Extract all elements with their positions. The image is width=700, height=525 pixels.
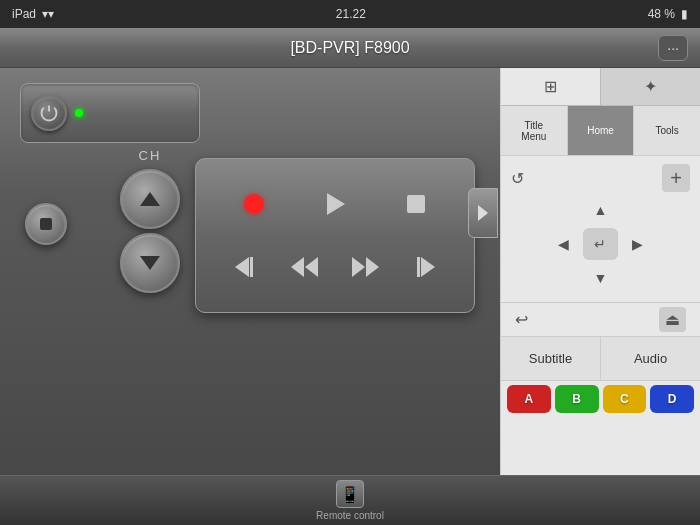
color-buttons: A B C D — [501, 381, 700, 417]
up-arrow-icon: ▲ — [594, 202, 608, 218]
arrow-down-icon — [140, 256, 160, 270]
nav-row-top: ↺ + — [501, 164, 700, 192]
back-icon[interactable]: ↩ — [515, 310, 528, 329]
power-icon — [40, 104, 58, 122]
skip-prev-icon — [235, 257, 253, 277]
battery-percent: 48 % — [648, 7, 675, 21]
title-bar: [BD-PVR] F8900 ··· — [0, 28, 700, 68]
right-arrow-icon: ▶ — [632, 236, 643, 252]
title-menu-label: Title — [525, 120, 544, 131]
remote-label: Remote control — [316, 510, 384, 521]
skip-next-icon — [417, 257, 435, 277]
d-pad-right[interactable]: ▶ — [620, 228, 655, 260]
stop-playback-button[interactable] — [394, 182, 438, 226]
settings-icon: ✦ — [644, 77, 657, 96]
channel-up-button[interactable] — [120, 169, 180, 229]
d-pad-up[interactable]: ▲ — [583, 194, 618, 226]
subtitle-label: Subtitle — [529, 351, 572, 366]
d-pad-left[interactable]: ◀ — [546, 228, 581, 260]
color-button-b[interactable]: B — [555, 385, 599, 413]
fast-forward-icon — [352, 257, 379, 277]
arrow-up-icon — [140, 192, 160, 206]
ok-icon: ↵ — [594, 236, 606, 252]
stop-button[interactable] — [25, 203, 67, 245]
wifi-icon: ▾▾ — [42, 7, 54, 21]
channel-down-button[interactable] — [120, 233, 180, 293]
home-label: Home — [587, 125, 614, 136]
plus-icon[interactable]: + — [662, 164, 690, 192]
bottom-bar: 📱 Remote control — [0, 475, 700, 525]
status-right: 48 % ▮ — [648, 7, 688, 21]
play-icon — [327, 193, 345, 215]
status-left: iPad ▾▾ — [12, 7, 54, 21]
tools-button[interactable]: Tools — [634, 106, 700, 155]
skip-to-start-button[interactable] — [222, 245, 266, 289]
subtitle-button[interactable]: Subtitle — [501, 337, 601, 380]
right-panel: ⊞ ✦ Title Menu Home Tools ↺ + — [500, 68, 700, 475]
func-buttons: Subtitle Audio — [501, 337, 700, 381]
remote-icon: 📱 — [336, 480, 364, 508]
audio-button[interactable]: Audio — [601, 337, 700, 380]
play-button[interactable] — [313, 182, 357, 226]
panel-tabs: ⊞ ✦ — [501, 68, 700, 106]
grid-icon: ⊞ — [544, 77, 557, 96]
battery-icon: ▮ — [681, 7, 688, 21]
playback-row-2 — [214, 245, 456, 289]
right-arrow-icon — [478, 205, 488, 221]
color-b-label: B — [572, 392, 581, 406]
expand-button[interactable] — [468, 188, 498, 238]
device-title: [BD-PVR] F8900 — [290, 39, 409, 57]
tools-label: Tools — [656, 125, 679, 136]
skip-to-end-button[interactable] — [404, 245, 448, 289]
audio-label: Audio — [634, 351, 667, 366]
led-indicator — [75, 109, 83, 117]
power-button[interactable] — [31, 95, 67, 131]
status-time: 21.22 — [336, 7, 366, 21]
playback-row-1 — [214, 182, 456, 226]
nav-section: ↺ + ▲ ◀ ↵ ▶ ▼ — [501, 156, 700, 303]
color-button-d[interactable]: D — [650, 385, 694, 413]
status-bar: iPad ▾▾ 21.22 48 % ▮ — [0, 0, 700, 28]
nav-row2: ↩ ⏏ — [501, 303, 700, 337]
remote-control-tab[interactable]: 📱 Remote control — [316, 480, 384, 521]
rewind-button[interactable] — [283, 245, 327, 289]
color-button-c[interactable]: C — [603, 385, 647, 413]
stop-icon — [407, 195, 425, 213]
d-pad-center[interactable]: ↵ — [583, 228, 618, 260]
playback-panel — [195, 158, 475, 313]
menu-dots-button[interactable]: ··· — [658, 35, 688, 61]
return-icon[interactable]: ↺ — [511, 169, 524, 188]
down-arrow-icon: ▼ — [594, 270, 608, 286]
rewind-icon — [291, 257, 318, 277]
color-c-label: C — [620, 392, 629, 406]
left-panel: CH — [0, 68, 500, 475]
title-menu-label2: Menu — [521, 131, 546, 142]
power-area — [20, 83, 200, 143]
color-a-label: A — [525, 392, 534, 406]
color-button-a[interactable]: A — [507, 385, 551, 413]
d-pad-down[interactable]: ▼ — [583, 262, 618, 294]
channel-label: CH — [120, 148, 180, 163]
d-pad: ▲ ◀ ↵ ▶ ▼ — [546, 194, 656, 294]
stop-icon — [40, 218, 52, 230]
channel-area: CH — [120, 148, 180, 297]
menu-buttons: Title Menu Home Tools — [501, 106, 700, 156]
record-button[interactable] — [232, 182, 276, 226]
fast-forward-button[interactable] — [343, 245, 387, 289]
left-arrow-icon: ◀ — [558, 236, 569, 252]
color-d-label: D — [668, 392, 677, 406]
title-menu-button[interactable]: Title Menu — [501, 106, 568, 155]
tab-settings[interactable]: ✦ — [601, 68, 700, 105]
main-content: CH — [0, 68, 700, 475]
eject-icon[interactable]: ⏏ — [659, 307, 686, 332]
home-button[interactable]: Home — [568, 106, 635, 155]
ipad-label: iPad — [12, 7, 36, 21]
tab-grid[interactable]: ⊞ — [501, 68, 601, 105]
record-icon — [244, 194, 264, 214]
